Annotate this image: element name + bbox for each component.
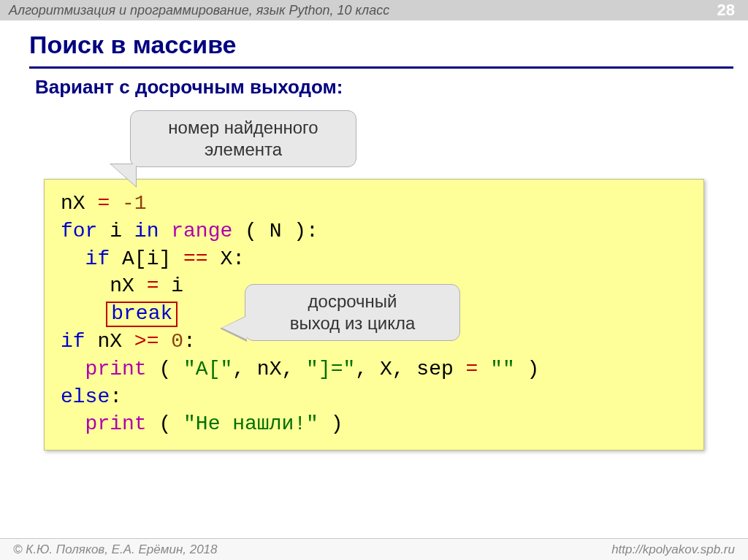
code-builtin: print — [85, 358, 147, 380]
footer-url: http://kpolyakov.spb.ru — [611, 542, 735, 557]
code-kw: in — [134, 220, 159, 242]
code-op: == — [183, 248, 208, 270]
code-kw: break — [111, 302, 172, 325]
code-str: "Не нашли!" — [183, 413, 318, 435]
callout-text: номер найденного элемента — [168, 118, 318, 159]
code-text: nX — [61, 192, 97, 215]
page-number: 28 — [717, 1, 739, 20]
code-kw: for — [61, 220, 97, 242]
subtitle: Вариант с досрочным выходом: — [0, 69, 748, 99]
slide-footer: © К.Ю. Поляков, Е.А. Ерёмин, 2018 http:/… — [0, 538, 748, 560]
code-builtin: print — [85, 413, 147, 435]
callout-found-index: номер найденного элемента — [130, 110, 356, 167]
callout-tail — [222, 316, 247, 340]
code-op: = — [147, 275, 159, 297]
footer-copyright: © К.Ю. Поляков, Е.А. Ерёмин, 2018 — [13, 542, 218, 557]
code-num: -1 — [122, 192, 147, 215]
callout-text: досрочный выход из цикла — [290, 291, 416, 333]
break-highlight: break — [106, 302, 178, 327]
code-op: = — [97, 192, 110, 215]
code-str: "A[" — [183, 358, 232, 380]
code-op: >= — [134, 330, 159, 353]
header-title: Алгоритмизация и программирование, язык … — [9, 3, 389, 18]
code-kw: if — [85, 248, 110, 270]
slide-header: Алгоритмизация и программирование, язык … — [0, 0, 748, 20]
code-num: 0 — [171, 330, 183, 353]
code-kw: if — [61, 330, 85, 353]
code-str: "" — [490, 358, 515, 380]
callout-early-exit: досрочный выход из цикла — [245, 284, 460, 341]
callout-tail — [111, 164, 136, 186]
code-str: "]=" — [306, 358, 355, 380]
code-kw: else — [61, 386, 110, 408]
page-title: Поиск в массиве — [0, 20, 748, 66]
code-op: = — [466, 358, 478, 380]
code-builtin: range — [171, 220, 232, 242]
